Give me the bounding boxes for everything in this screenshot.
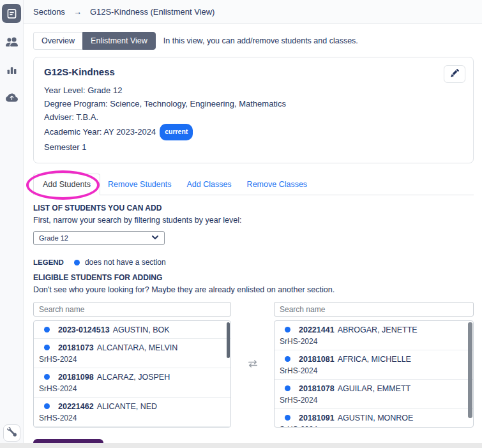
sidebar-item-tools[interactable] — [3, 424, 20, 442]
student-name: ALCARAZ, JOSPEH — [97, 373, 170, 382]
bar-chart-icon — [6, 64, 17, 75]
breadcrumb: Sections → G12S-Kindness (Enlistment Vie… — [24, 0, 482, 24]
eligible-column: 2023-0124513AGUSTIN, BOK20181073ALCANTAR… — [33, 302, 231, 428]
student-tag: SrHS-2024 — [38, 414, 224, 423]
legend-dot-icon — [74, 260, 80, 265]
view-hint-text: In this view, you can add/remove student… — [163, 36, 358, 45]
add-students-panel: LIST OF STUDENTS YOU CAN ADD First, narr… — [33, 204, 474, 448]
no-section-dot-icon — [44, 374, 50, 380]
year-level-select[interactable]: Grade 12 — [33, 231, 165, 245]
tab-remove-students[interactable]: Remove Students — [100, 174, 179, 195]
filter-hint: First, narrow your search by filtering s… — [33, 216, 474, 225]
tab-enlistment-view[interactable]: Enlistment View — [82, 32, 156, 50]
tab-add-students[interactable]: Add Students — [33, 174, 100, 195]
section-info-card: G12S-Kindness Year Level: Grade 12 Degre… — [33, 57, 474, 163]
student-tag: SrHS-2024 — [278, 425, 467, 428]
eligible-hint: Don't see who youre looking for? Maybe t… — [33, 285, 474, 294]
student-id: 20181073 — [58, 343, 94, 352]
year-level-value: Grade 12 — [39, 234, 151, 242]
section-year-level: Year Level: Grade 12 — [44, 84, 463, 97]
list-item[interactable]: 20181081AFRICA, MICHELLESrHS-2024 — [275, 350, 473, 380]
transfer-arrows-icon — [247, 359, 259, 371]
sidebar-item-sections[interactable] — [2, 4, 21, 23]
bottom-strip — [0, 443, 482, 448]
student-id: 20181078 — [299, 384, 335, 393]
student-tag: SrHS-2024 — [278, 396, 467, 405]
legend-dot-meaning: does not have a section — [85, 258, 166, 267]
list-item[interactable]: 2023-0124513AGUSTIN, BOK — [34, 321, 230, 339]
legend-label: LEGEND — [33, 258, 64, 266]
section-title: G12S-Kindness — [44, 66, 463, 77]
right-list-scrollbar[interactable] — [468, 322, 472, 418]
sidebar-item-reports[interactable] — [2, 60, 21, 79]
sidebar-item-upload[interactable] — [2, 88, 21, 107]
section-semester: Semester 1 — [44, 140, 463, 154]
pencil-icon — [451, 69, 459, 79]
edit-section-button[interactable] — [444, 65, 465, 83]
no-section-dot-icon — [285, 327, 290, 332]
app-window: Sections → G12S-Kindness (Enlistment Vie… — [0, 0, 482, 448]
breadcrumb-sections-link[interactable]: Sections — [33, 7, 65, 17]
list-item[interactable]: 20221462ALICANTE, NEDSrHS-2024 — [34, 398, 230, 427]
student-id: 20181098 — [58, 373, 94, 382]
people-icon — [6, 36, 18, 48]
list-item[interactable]: 20181078AGUILAR, EMMETTSrHS-2024 — [275, 380, 473, 409]
student-name: AFRICA, MICHELLE — [338, 355, 411, 364]
main-column: Sections → G12S-Kindness (Enlistment Vie… — [24, 0, 482, 448]
academic-year-text: Academic Year: AY 2023-2024 — [44, 127, 156, 137]
section-academic-year: Academic Year: AY 2023-2024current — [44, 124, 463, 140]
content-area: Overview Enlistment View In this view, y… — [24, 24, 482, 448]
student-id: 20221441 — [299, 325, 335, 334]
eligible-header: ELIGIBLE STUDENTS FOR ADDING — [33, 273, 474, 282]
no-section-dot-icon — [44, 345, 50, 350]
list-item[interactable]: 20181103ALMAZAN, GARYLON — [34, 427, 230, 428]
student-id: 20181091 — [299, 414, 335, 422]
selected-student-list: 20221441ABROGAR, JENETTESrHS-20242018108… — [274, 320, 474, 428]
sidebar-item-students[interactable] — [2, 32, 21, 51]
current-badge: current — [160, 124, 193, 140]
list-item[interactable]: 20181091AGUSTIN, MONROESrHS-2024 — [275, 409, 473, 428]
eligible-student-list: 2023-0124513AGUSTIN, BOK20181073ALCANTAR… — [33, 320, 231, 428]
list-item[interactable]: 20181098ALCARAZ, JOSPEHSrHS-2024 — [34, 368, 230, 398]
no-section-dot-icon — [285, 356, 290, 362]
no-section-dot-icon — [44, 327, 50, 332]
tab-add-classes[interactable]: Add Classes — [179, 174, 239, 195]
no-section-dot-icon — [44, 403, 50, 409]
student-name: ALICANTE, NED — [97, 402, 157, 411]
breadcrumb-current: G12S-Kindness (Enlistment View) — [90, 7, 215, 17]
action-tabs: Add Students Remove Students Add Classes… — [33, 174, 474, 195]
legend: LEGEND does not have a section — [33, 258, 474, 267]
student-tag: SrHS-2024 — [38, 384, 224, 394]
sidebar — [0, 0, 24, 448]
student-name: AGUSTIN, MONROE — [338, 414, 414, 422]
dual-lists: 2023-0124513AGUSTIN, BOK20181073ALCANTAR… — [33, 302, 474, 428]
student-tag: SrHS-2024 — [38, 355, 224, 364]
selected-column: 20221441ABROGAR, JENETTESrHS-20242018108… — [274, 302, 474, 428]
search-eligible-input[interactable] — [33, 302, 231, 317]
cloud-upload-icon — [6, 92, 18, 104]
list-item[interactable]: 20221441ABROGAR, JENETTESrHS-2024 — [275, 321, 473, 350]
no-section-dot-icon — [285, 385, 290, 391]
view-tabs: Overview Enlistment View In this view, y… — [33, 32, 474, 50]
student-id: 2023-0124513 — [58, 325, 110, 334]
tab-overview[interactable]: Overview — [33, 32, 82, 50]
student-tag: SrHS-2024 — [278, 337, 467, 347]
breadcrumb-arrow: → — [73, 7, 82, 17]
section-degree-program: Degree Program: Science, Technology, Eng… — [44, 97, 463, 110]
list-header: LIST OF STUDENTS YOU CAN ADD — [33, 204, 474, 213]
search-selected-input[interactable] — [274, 302, 474, 317]
student-id: 20221462 — [58, 402, 94, 411]
swap-zone — [231, 302, 274, 428]
student-id: 20181081 — [299, 355, 335, 364]
section-adviser: Adviser: T.B.A. — [44, 110, 463, 124]
student-tag: SrHS-2024 — [278, 366, 467, 376]
tab-remove-classes[interactable]: Remove Classes — [239, 174, 315, 195]
student-name: AGUILAR, EMMETT — [338, 384, 411, 393]
left-list-scrollbar[interactable] — [227, 322, 230, 358]
student-name: AGUSTIN, BOK — [113, 325, 170, 334]
wrench-icon — [7, 427, 17, 439]
chevron-down-icon — [151, 234, 159, 243]
no-section-dot-icon — [285, 415, 290, 421]
sections-journal-icon — [6, 8, 17, 19]
list-item[interactable]: 20181073ALCANTARA, MELVINSrHS-2024 — [34, 339, 230, 368]
